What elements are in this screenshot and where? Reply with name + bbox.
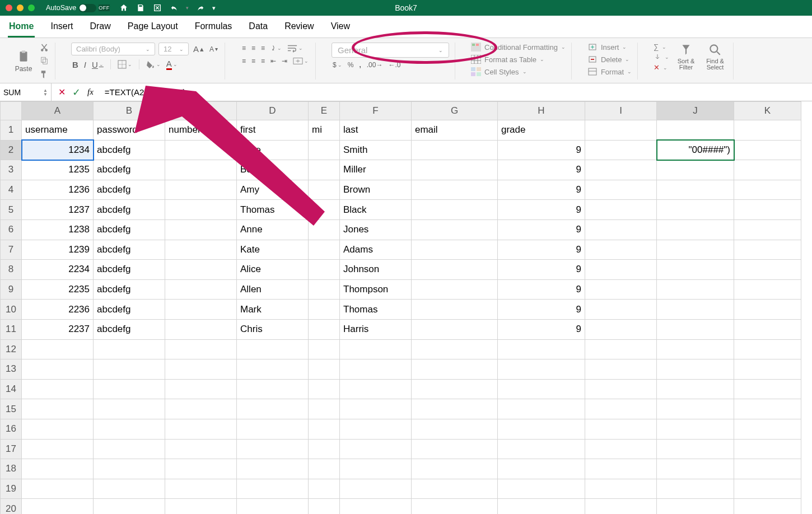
cell-F12[interactable] [340,339,412,359]
cell-F11[interactable]: Harris [340,319,412,339]
cell-K7[interactable] [734,240,801,260]
cell-K4[interactable] [734,180,801,200]
column-header-A[interactable]: A [22,102,94,120]
cell-G11[interactable] [412,319,498,339]
tab-draw[interactable]: Draw [88,19,111,38]
column-header-G[interactable]: G [412,102,498,120]
cell-C2[interactable] [165,140,237,160]
cell-I10[interactable] [585,300,657,320]
cell-C19[interactable] [165,479,237,499]
italic-button[interactable]: I [83,59,87,71]
cell-H16[interactable] [498,419,585,439]
cut-icon[interactable] [39,43,49,53]
row-header-8[interactable]: 8 [1,260,22,280]
cell-E2[interactable] [309,140,340,160]
row-header-15[interactable]: 15 [1,399,22,419]
cell-I1[interactable] [585,120,657,141]
row-header-1[interactable]: 1 [1,120,22,141]
cell-C13[interactable] [165,359,237,380]
home-icon[interactable] [119,3,129,13]
cell-E7[interactable] [309,240,340,260]
cell-D13[interactable] [237,359,309,380]
cell-K6[interactable] [734,219,801,240]
autosave-switch[interactable] [78,4,96,12]
cell-J6[interactable] [657,219,734,240]
cell-H8[interactable]: 9 [498,260,585,280]
save-icon[interactable] [136,3,146,13]
cell-D17[interactable] [237,439,309,459]
cell-I2[interactable] [585,140,657,160]
cell-B7[interactable]: abcdefg [94,240,165,260]
cell-D15[interactable] [237,399,309,419]
cell-I17[interactable] [585,439,657,459]
cell-G9[interactable] [412,279,498,300]
cell-A15[interactable] [22,399,94,419]
row-header-12[interactable]: 12 [1,339,22,359]
cell-G20[interactable] [412,499,498,514]
cell-H4[interactable]: 9 [498,180,585,200]
tab-review[interactable]: Review [283,19,315,38]
row-header-10[interactable]: 10 [1,300,22,320]
cell-H20[interactable] [498,499,585,514]
cell-A20[interactable] [22,499,94,514]
cell-C11[interactable] [165,319,237,339]
cell-C5[interactable] [165,200,237,220]
cell-C1[interactable]: number [165,120,237,141]
cell-E14[interactable] [309,379,340,399]
cell-D18[interactable] [237,459,309,479]
row-header-7[interactable]: 7 [1,240,22,260]
cell-C9[interactable] [165,279,237,300]
cell-G13[interactable] [412,359,498,380]
cell-E8[interactable] [309,260,340,280]
cell-A5[interactable]: 1237 [22,200,94,220]
fx-icon[interactable]: fx [87,87,94,97]
cell-I6[interactable] [585,219,657,240]
cell-A2[interactable]: 1234 [22,140,94,160]
cell-B1[interactable]: password [94,120,165,141]
cell-F4[interactable]: Brown [340,180,412,200]
cell-A16[interactable] [22,419,94,439]
cell-H17[interactable] [498,439,585,459]
cell-F7[interactable]: Adams [340,240,412,260]
cell-J19[interactable] [657,479,734,499]
cell-E12[interactable] [309,339,340,359]
cell-E1[interactable]: mi [309,120,340,141]
cell-G6[interactable] [412,219,498,240]
cell-B9[interactable]: abcdefg [94,279,165,300]
cell-J16[interactable] [657,419,734,439]
cell-F3[interactable]: Miller [340,160,412,180]
underline-button[interactable]: U ⌄ [91,59,105,71]
cell-F17[interactable] [340,439,412,459]
fill-color-button[interactable]: ⌄ [145,59,162,70]
cell-J5[interactable] [657,200,734,220]
cell-F18[interactable] [340,459,412,479]
cell-G2[interactable] [412,140,498,160]
cell-E10[interactable] [309,300,340,320]
row-header-5[interactable]: 5 [1,200,22,220]
cell-C12[interactable] [165,339,237,359]
cell-E3[interactable] [309,160,340,180]
cell-I16[interactable] [585,419,657,439]
cell-I8[interactable] [585,260,657,280]
cell-A10[interactable]: 2236 [22,300,94,320]
row-header-6[interactable]: 6 [1,219,22,240]
select-all-corner[interactable] [1,102,22,120]
cell-D1[interactable]: first [237,120,309,141]
cell-G18[interactable] [412,459,498,479]
cell-I20[interactable] [585,499,657,514]
cell-F2[interactable]: Smith [340,140,412,160]
cell-I19[interactable] [585,479,657,499]
font-name-combo[interactable]: Calibri (Body)⌄ [71,43,155,55]
cell-F19[interactable] [340,479,412,499]
cell-K20[interactable] [734,499,801,514]
cell-A6[interactable]: 1238 [22,219,94,240]
merge-button[interactable]: ⌄ [292,56,310,66]
cell-D20[interactable] [237,499,309,514]
insert-cells-button[interactable]: Insert⌄ [587,43,632,52]
cell-I11[interactable] [585,319,657,339]
cell-I14[interactable] [585,379,657,399]
cell-C15[interactable] [165,399,237,419]
formula-input[interactable] [100,87,812,97]
cell-G10[interactable] [412,300,498,320]
cell-H6[interactable]: 9 [498,219,585,240]
